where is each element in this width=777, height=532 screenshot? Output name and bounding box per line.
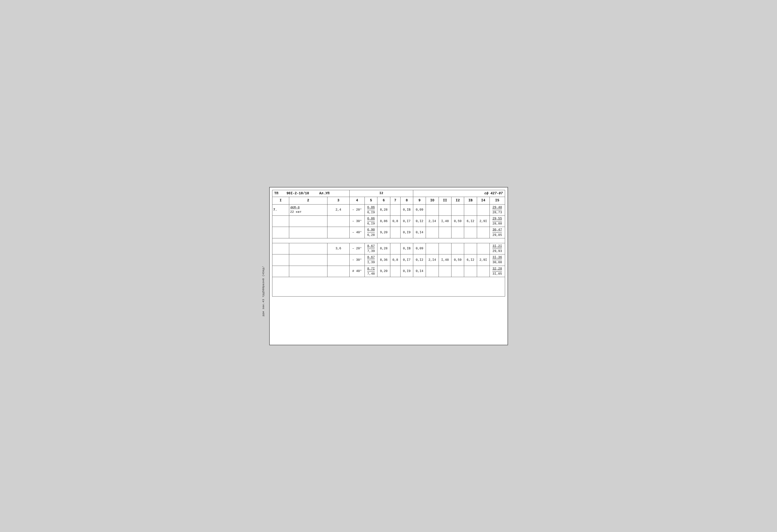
cell-r6-c11 xyxy=(439,266,451,277)
cell-r2-c10: 2,I4 xyxy=(426,216,439,227)
cell-r6-c10 xyxy=(426,266,439,277)
cell-r2-c9: 0,I2 xyxy=(413,216,426,227)
cell-r3-c2 xyxy=(289,227,327,238)
col-header-13: IB xyxy=(464,197,477,205)
frac-num: 6,86 xyxy=(367,205,375,210)
cell-r4-c1 xyxy=(272,243,289,254)
frac-den: I,39 xyxy=(367,260,375,265)
cell-r1-c12 xyxy=(451,204,464,216)
frac-num: 6,90 xyxy=(367,228,375,233)
table-row: – 30° 8,67 I,39 8,36 0,8 0,I7 0,I2 2,I4 … xyxy=(272,254,505,266)
cell-r6-c9: 0,I4 xyxy=(413,266,426,277)
side-label: рри зак.43 трд500разн8 (43ед/ xyxy=(262,266,265,316)
frac-den: 28,88 xyxy=(492,221,502,226)
cell-r5-c14: 2,9I xyxy=(477,254,489,266)
cell-r6-c13 xyxy=(464,266,477,277)
cell-r2-c14: 2,9I xyxy=(477,216,489,227)
empty-row xyxy=(272,277,505,287)
cell-r5-c8: 0,I7 xyxy=(400,254,413,266)
cell-r3-c12 xyxy=(451,227,464,238)
tp-label: ТП xyxy=(274,191,279,195)
cell-r2-c5: 6,86 6,I9 xyxy=(365,216,377,227)
cell-r1-c1: 7. xyxy=(272,204,289,216)
cell-r4-c5: 8,67 7,39 xyxy=(365,243,377,254)
main-table: ТП 90I-2-10/10 Ал.УП I2 сф 427-07 xyxy=(272,190,505,296)
frac-num: 29,40 xyxy=(492,205,502,210)
cell-r4-c12 xyxy=(451,243,464,254)
cell-r6-c8: 0,I9 xyxy=(400,266,413,277)
cell-r3-c6: 9,20 xyxy=(377,227,390,238)
cell-r2-c3 xyxy=(327,216,349,227)
cell-r6-c5: 8,7I 7,48 xyxy=(365,266,377,277)
cell-r2-c2 xyxy=(289,216,327,227)
frac-num: 3I,2I xyxy=(492,244,502,249)
frac-den: 6,I9 xyxy=(367,221,375,226)
cell-r2-c15: 29,55 28,88 xyxy=(489,216,505,227)
cell-r3-c14 xyxy=(477,227,489,238)
table-row: – 40° 6,90 6,28 9,20 0,I9 0,I4 xyxy=(272,227,505,238)
ref-cell: сф 427-07 xyxy=(413,190,505,197)
cell-r1-c14 xyxy=(477,204,489,216)
cell-r6-c7 xyxy=(390,266,400,277)
frac-den: 6,I9 xyxy=(367,210,375,215)
frac-num: 6,86 xyxy=(367,217,375,221)
tp-cell: ТП 90I-2-10/10 Ал.УП xyxy=(272,190,349,197)
cell-r5-c4: – 30° xyxy=(349,254,364,266)
cell-r5-c1 xyxy=(272,254,289,266)
cell-r3-c3 xyxy=(327,227,349,238)
cell-r4-c10 xyxy=(426,243,439,254)
cell-r2-c6: 8,86 xyxy=(377,216,390,227)
cell-r1-c9: 0,09 xyxy=(413,204,426,216)
cell-r1-c7 xyxy=(390,204,400,216)
col-header-6: 6 xyxy=(377,197,390,205)
col-header-4: 4 xyxy=(349,197,364,205)
cell-r4-c9: 0,09 xyxy=(413,243,426,254)
cell-r3-c10 xyxy=(426,227,439,238)
table-row: # 40° 8,7I 7,48 9,20 0,I9 0,I4 xyxy=(272,266,505,277)
frac-den: 7,39 xyxy=(367,249,375,253)
cell-r6-c4: # 40° xyxy=(349,266,364,277)
tp-code: 90I-2-10/10 xyxy=(287,191,309,195)
cell-r6-c14 xyxy=(477,266,489,277)
i2-label: I2 xyxy=(379,191,383,195)
cell-r5-c12: 0,59 xyxy=(451,254,464,266)
cell-r3-c5: 6,90 6,28 xyxy=(365,227,377,238)
frac-den: 7,48 xyxy=(367,271,375,276)
cell-r2-c1 xyxy=(272,216,289,227)
page-container: рри зак.43 трд500разн8 (43ед/ ТП 90I-2-1… xyxy=(269,187,508,345)
cell-r3-c1 xyxy=(272,227,289,238)
frac-num: 8,67 xyxy=(367,244,375,249)
cell-r5-c13: 6,I2 xyxy=(464,254,477,266)
table-row: – 30° 6,86 6,I9 8,86 0,8 0,I7 0,I2 2,I4 … xyxy=(272,216,505,227)
cell-r5-c7: 0,8 xyxy=(390,254,400,266)
col-header-10: IO xyxy=(426,197,439,205)
col-header-3: 3 xyxy=(327,197,349,205)
cell-r1-c3: 2,4 xyxy=(327,204,349,216)
cell-r4-c11 xyxy=(439,243,451,254)
cell-r5-c2 xyxy=(289,254,327,266)
power-label: 22 квт xyxy=(290,210,302,214)
cell-r3-c7 xyxy=(390,227,400,238)
column-headers-row: I 2 3 4 5 6 7 8 9 IO II I2 IB I4 I5 xyxy=(272,197,505,205)
cell-r4-c13 xyxy=(464,243,477,254)
cell-r5-c15: 3I,36 30,08 xyxy=(489,254,505,266)
cell-r5-c5: 8,67 I,39 xyxy=(365,254,377,266)
frac-den: 29,85 xyxy=(492,233,502,237)
cell-r3-c4: – 40° xyxy=(349,227,364,238)
cell-r6-c15: 32,28 3I,05 xyxy=(489,266,505,277)
frac-num: 32,28 xyxy=(492,267,502,271)
cell-r6-c12 xyxy=(451,266,464,277)
cell-r2-c8: 0,I7 xyxy=(400,216,413,227)
cell-r6-c3 xyxy=(327,266,349,277)
cell-r1-c10 xyxy=(426,204,439,216)
cell-r4-c4: – 20° xyxy=(349,243,364,254)
frac-den: 29,93 xyxy=(492,249,502,253)
ref-label: сф 427-07 xyxy=(484,191,503,195)
cell-r5-c9: 0,I2 xyxy=(413,254,426,266)
cell-r1-c11 xyxy=(439,204,451,216)
col-header-15: I5 xyxy=(489,197,505,205)
cell-r1-c8: 0,IB xyxy=(400,204,413,216)
cell-r1-c15: 29,40 28,73 xyxy=(489,204,505,216)
frac-num: 3I,36 xyxy=(492,255,502,260)
cell-r5-c3 xyxy=(327,254,349,266)
